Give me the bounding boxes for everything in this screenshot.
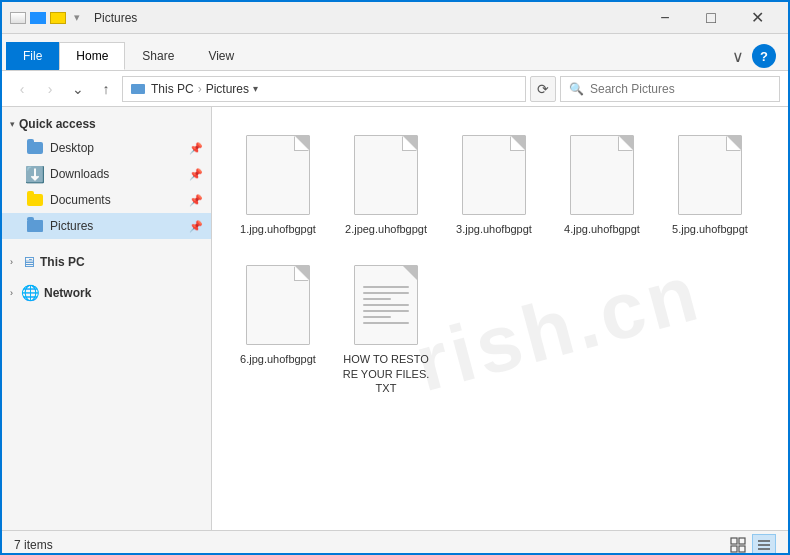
app-icon-2: [30, 12, 46, 24]
sidebar-item-documents[interactable]: Documents 📌: [2, 187, 211, 213]
pictures-icon: [26, 218, 44, 234]
pin-icon-downloads: 📌: [189, 168, 203, 181]
ribbon-right: ∨ ?: [724, 42, 784, 70]
thispc-section-icon: 🖥: [21, 253, 36, 270]
chevron-down-icon: ▾: [10, 119, 15, 129]
sidebar-section-thispc[interactable]: › 🖥 This PC: [2, 247, 211, 274]
sidebar-section-quick-access[interactable]: ▾ Quick access: [2, 111, 211, 135]
file-icon-file2: [350, 132, 422, 218]
file-name-file3: 3.jpg.uhofbgpgt: [456, 222, 532, 236]
file-item-file4[interactable]: 4.jpg.uhofbgpgt: [552, 123, 652, 245]
help-button[interactable]: ?: [752, 44, 776, 68]
tab-home[interactable]: Home: [59, 42, 125, 70]
file-icon-file6: [242, 262, 314, 348]
grid-icon: [730, 537, 746, 553]
path-icon: [131, 82, 145, 96]
window-title: Pictures: [94, 11, 642, 25]
pin-icon-pictures: 📌: [189, 220, 203, 233]
sidebar-section-label-network: Network: [44, 286, 91, 300]
file-icon-file4: [566, 132, 638, 218]
view-grid-button[interactable]: [726, 534, 750, 556]
generic-file-icon: [246, 265, 310, 345]
generic-file-icon: [462, 135, 526, 215]
sidebar-item-label-downloads: Downloads: [50, 167, 185, 181]
sidebar-item-pictures[interactable]: Pictures 📌: [2, 213, 211, 239]
app-icon-3: [50, 12, 66, 24]
chevron-right-icon-network: ›: [10, 288, 13, 298]
sidebar-item-desktop[interactable]: Desktop 📌: [2, 135, 211, 161]
close-button[interactable]: ✕: [734, 2, 780, 34]
tab-view[interactable]: View: [191, 42, 251, 70]
search-input[interactable]: [590, 82, 771, 96]
refresh-button[interactable]: ⟳: [530, 76, 556, 102]
svg-rect-3: [739, 546, 745, 552]
svg-rect-0: [731, 538, 737, 544]
file-name-file7: HOW TO RESTORE YOUR FILES.TXT: [341, 352, 431, 395]
sidebar-item-downloads[interactable]: ⬇️ Downloads 📌: [2, 161, 211, 187]
back-button[interactable]: ‹: [10, 77, 34, 101]
forward-button[interactable]: ›: [38, 77, 62, 101]
file-name-file6: 6.jpg.uhofbgpgt: [240, 352, 316, 366]
sidebar-section-label-quick-access: Quick access: [19, 117, 96, 131]
path-part-pictures[interactable]: Pictures: [206, 82, 249, 96]
text-file-icon: [354, 265, 418, 345]
svg-rect-2: [731, 546, 737, 552]
maximize-button[interactable]: □: [688, 2, 734, 34]
view-list-button[interactable]: [752, 534, 776, 556]
file-item-file7[interactable]: HOW TO RESTORE YOUR FILES.TXT: [336, 253, 436, 404]
generic-file-icon: [678, 135, 742, 215]
sidebar-section-label-thispc: This PC: [40, 255, 85, 269]
quick-access-arrow: ▾: [74, 11, 80, 24]
file-icon-file7: [350, 262, 422, 348]
tab-share[interactable]: Share: [125, 42, 191, 70]
main-layout: ▾ Quick access Desktop 📌 ⬇️ Downloads 📌 …: [2, 107, 788, 530]
file-name-file1: 1.jpg.uhofbgpgt: [240, 222, 316, 236]
file-item-file1[interactable]: 1.jpg.uhofbgpgt: [228, 123, 328, 245]
chevron-right-icon: ›: [10, 257, 13, 267]
path-part-thispc[interactable]: This PC: [151, 82, 194, 96]
app-icon-1: [10, 12, 26, 24]
sidebar-item-label-pictures: Pictures: [50, 219, 185, 233]
address-path[interactable]: This PC › Pictures ▾: [122, 76, 526, 102]
file-item-file6[interactable]: 6.jpg.uhofbgpgt: [228, 253, 328, 404]
ribbon-tabs: File Home Share View ∨ ?: [2, 34, 788, 70]
address-bar: ‹ › ⌄ ↑ This PC › Pictures ▾ ⟳ 🔍: [2, 71, 788, 107]
ribbon: File Home Share View ∨ ?: [2, 34, 788, 71]
list-icon: [756, 537, 772, 553]
pin-icon-documents: 📌: [189, 194, 203, 207]
file-item-file3[interactable]: 3.jpg.uhofbgpgt: [444, 123, 544, 245]
title-bar-icons: ▾: [10, 11, 80, 24]
file-icon-file5: [674, 132, 746, 218]
up-button[interactable]: ↑: [94, 77, 118, 101]
minimize-button[interactable]: −: [642, 2, 688, 34]
file-name-file5: 5.jpg.uhofbgpgt: [672, 222, 748, 236]
window-controls: − □ ✕: [642, 2, 780, 34]
file-name-file2: 2.jpeg.uhofbgpgt: [345, 222, 427, 236]
file-item-file2[interactable]: 2.jpeg.uhofbgpgt: [336, 123, 436, 245]
file-item-file5[interactable]: 5.jpg.uhofbgpgt: [660, 123, 760, 245]
network-section-icon: 🌐: [21, 284, 40, 302]
documents-icon: [26, 192, 44, 208]
desktop-icon: [26, 140, 44, 156]
file-icon-file3: [458, 132, 530, 218]
file-icon-file1: [242, 132, 314, 218]
downloads-icon: ⬇️: [26, 166, 44, 182]
path-dropdown-button[interactable]: ▾: [253, 83, 258, 94]
status-item-count: 7 items: [14, 538, 726, 552]
status-bar: 7 items: [2, 530, 788, 555]
sidebar-section-network[interactable]: › 🌐 Network: [2, 278, 211, 306]
search-box[interactable]: 🔍: [560, 76, 780, 102]
svg-rect-1: [739, 538, 745, 544]
generic-file-icon: [246, 135, 310, 215]
title-bar: ▾ Pictures − □ ✕: [2, 2, 788, 34]
search-icon: 🔍: [569, 82, 584, 96]
view-buttons: [726, 534, 776, 556]
recent-locations-button[interactable]: ⌄: [66, 77, 90, 101]
content-area: rish.cn 1.jpg.uhofbgpgt2.jpeg.uhofbgpgt3…: [212, 107, 788, 530]
pin-icon-desktop: 📌: [189, 142, 203, 155]
generic-file-icon: [570, 135, 634, 215]
sidebar-item-label-desktop: Desktop: [50, 141, 185, 155]
generic-file-icon: [354, 135, 418, 215]
tab-file[interactable]: File: [6, 42, 59, 70]
ribbon-expand-button[interactable]: ∨: [724, 42, 752, 70]
